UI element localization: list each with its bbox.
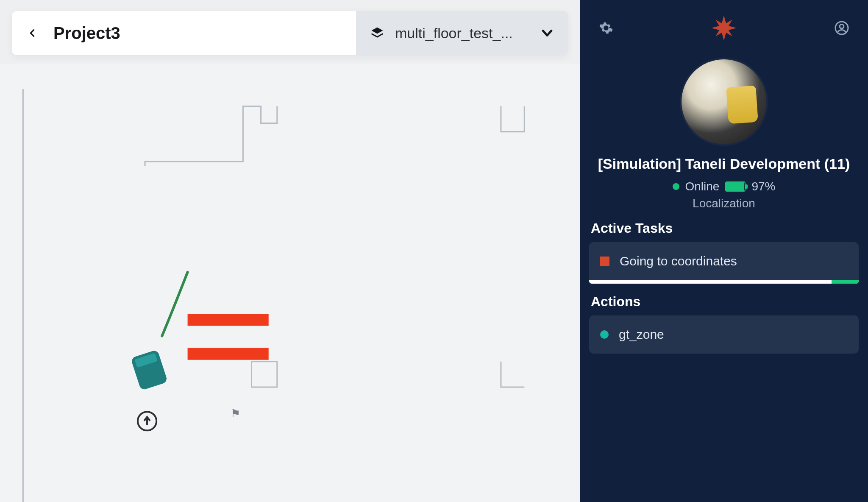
battery-icon (725, 181, 746, 192)
main-area: Project3 multi_floor_test_... (0, 0, 580, 502)
task-progress-bar (589, 280, 859, 284)
svg-point-5 (840, 24, 844, 28)
flag-marker-icon: ⚑ (231, 407, 240, 420)
action-color-icon (600, 330, 609, 339)
active-task-item[interactable]: Going to coordinates (589, 242, 859, 280)
panel-top-bar (580, 0, 868, 51)
brand-logo (709, 13, 739, 43)
localization-label: Localization (580, 197, 868, 210)
avatar-container (580, 59, 868, 144)
robot-name: [Simulation] Taneli Development (11) (593, 154, 855, 174)
chevron-left-icon (28, 25, 37, 41)
status-text: Online (685, 180, 720, 193)
project-title: Project3 (53, 24, 120, 43)
action-label: gt_zone (619, 327, 664, 342)
status-line: Online 97% (580, 180, 868, 193)
back-button[interactable] (24, 25, 41, 42)
map-canvas[interactable]: ✋ ⚑ (0, 64, 580, 502)
origin-marker (138, 412, 156, 430)
gear-icon (599, 21, 613, 35)
settings-button[interactable] (597, 19, 615, 37)
robot-avatar (682, 59, 766, 144)
account-button[interactable] (832, 19, 851, 37)
floor-selector-label: multi_floor_test_... (395, 25, 530, 42)
side-panel: [Simulation] Taneli Development (11) Onl… (580, 0, 868, 502)
actions-title: Actions (591, 294, 868, 310)
obstacle-bar (188, 348, 269, 360)
action-item[interactable]: gt_zone (589, 315, 859, 354)
chevron-down-icon (540, 26, 554, 40)
top-bar: Project3 multi_floor_test_... (12, 11, 568, 55)
task-color-icon (600, 257, 609, 266)
planned-path (162, 272, 187, 336)
robot-icon (131, 349, 168, 390)
task-label: Going to coordinates (620, 254, 737, 268)
active-tasks-title: Active Tasks (591, 220, 868, 236)
top-bar-left: Project3 (12, 11, 356, 55)
online-dot-icon (673, 183, 679, 190)
user-circle-icon (834, 20, 849, 36)
floor-selector[interactable]: multi_floor_test_... (356, 11, 568, 55)
battery-percentage: 97% (751, 180, 775, 193)
star-logo-icon (709, 13, 739, 43)
layers-icon (370, 25, 385, 41)
map-svg (0, 64, 580, 502)
obstacle-bar (188, 314, 269, 326)
